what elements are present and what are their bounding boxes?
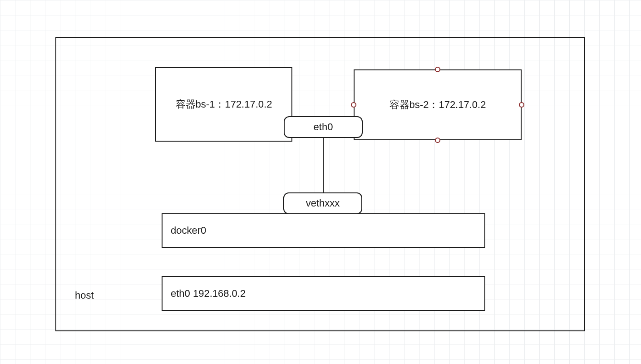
vethxxx-interface[interactable]: vethxxx <box>283 192 362 214</box>
host-eth0-interface[interactable]: eth0 192.168.0.2 <box>162 276 485 311</box>
eth0-interface[interactable]: eth0 <box>284 116 363 138</box>
eth0-label: eth0 <box>314 121 333 133</box>
selection-handle-right[interactable] <box>519 102 524 108</box>
connector-eth0-veth <box>323 138 324 192</box>
container-bs-1-label: 容器bs-1：172.17.0.2 <box>176 98 272 111</box>
container-bs-2-label: 容器bs-2：172.17.0.2 <box>390 98 486 112</box>
docker0-label: docker0 <box>171 225 206 236</box>
selection-handle-left[interactable] <box>351 102 356 108</box>
selection-handle-bottom[interactable] <box>435 138 440 143</box>
host-label: host <box>75 290 94 301</box>
host-eth0-label: eth0 192.168.0.2 <box>171 288 246 300</box>
vethxxx-label: vethxxx <box>306 197 340 209</box>
docker0-bridge[interactable]: docker0 <box>162 213 485 248</box>
container-bs-2[interactable]: 容器bs-2：172.17.0.2 <box>354 69 522 140</box>
container-bs-1[interactable]: 容器bs-1：172.17.0.2 <box>155 67 292 142</box>
selection-handle-top[interactable] <box>435 67 440 72</box>
diagram-canvas: 容器bs-1：172.17.0.2 容器bs-2：172.17.0.2 eth0… <box>0 0 641 364</box>
